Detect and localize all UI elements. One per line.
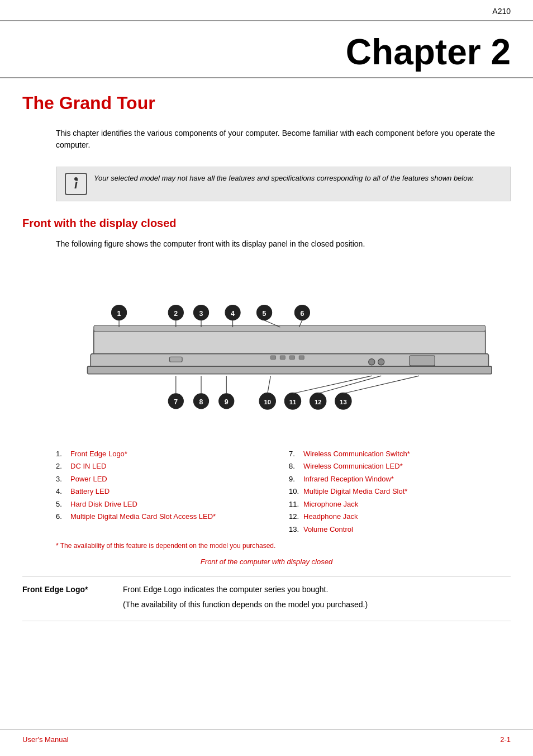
svg-text:10: 10 <box>264 399 271 405</box>
svg-rect-5 <box>289 356 294 360</box>
svg-rect-11 <box>94 325 486 332</box>
svg-rect-7 <box>410 356 435 366</box>
top-bar: A210 <box>0 0 533 21</box>
svg-line-48 <box>293 376 372 394</box>
chapter-section: Chapter 2 <box>0 21 533 78</box>
svg-text:5: 5 <box>263 310 266 318</box>
svg-text:1: 1 <box>117 310 121 318</box>
section-title: The Grand Tour <box>22 89 511 116</box>
list-item: 3.Power LED <box>56 474 278 485</box>
list-item: 8.Wireless Communication LED* <box>289 461 511 472</box>
svg-text:13: 13 <box>340 399 347 405</box>
svg-rect-2 <box>88 367 492 375</box>
parts-col-right: 7.Wireless Communication Switch* 8.Wirel… <box>289 448 511 537</box>
main-content: The Grand Tour This chapter identifies t… <box>0 78 533 632</box>
subsection-desc: The following figure shows the computer … <box>56 238 511 250</box>
chapter-title: Chapter 2 <box>22 32 511 72</box>
page: A210 Chapter 2 The Grand Tour This chapt… <box>0 0 533 756</box>
diagram-container: 1 2 3 4 5 6 <box>56 259 511 440</box>
info-box: i Your selected model may not have all t… <box>56 167 511 201</box>
svg-point-8 <box>369 359 375 365</box>
svg-rect-6 <box>299 356 304 360</box>
svg-line-50 <box>343 376 419 394</box>
list-item: 10.Multiple Digital Media Card Slot* <box>289 486 511 497</box>
svg-line-47 <box>268 376 271 394</box>
availability-note: * The availability of this feature is de… <box>56 541 511 551</box>
footer: User's Manual 2-1 <box>0 729 533 745</box>
detail-desc-2: (The availability of this function depen… <box>123 599 506 611</box>
svg-text:6: 6 <box>300 310 304 318</box>
intro-paragraph: This chapter identifies the various comp… <box>56 127 511 151</box>
figure-caption: Front of the computer with display close… <box>22 556 511 568</box>
svg-rect-10 <box>170 357 183 362</box>
detail-table: Front Edge Logo* Front Edge Logo indicat… <box>22 577 511 621</box>
svg-text:8: 8 <box>199 398 203 406</box>
list-item: 9.Infrared Reception Window* <box>289 474 511 485</box>
svg-text:4: 4 <box>231 310 235 318</box>
list-item: 5.Hard Disk Drive LED <box>56 499 278 510</box>
svg-rect-3 <box>270 356 275 360</box>
intro-text: This chapter identifies the various comp… <box>56 127 511 155</box>
svg-text:3: 3 <box>199 310 203 318</box>
list-item: 4.Battery LED <box>56 486 278 497</box>
svg-point-9 <box>378 359 384 365</box>
list-item: 1.Front Edge Logo* <box>56 448 278 460</box>
svg-rect-4 <box>280 356 285 360</box>
list-item: 7.Wireless Communication Switch* <box>289 448 511 460</box>
list-item: 2.DC IN LED <box>56 461 278 472</box>
subsection-title: Front with the display closed <box>22 215 511 231</box>
svg-text:7: 7 <box>174 398 178 406</box>
model-label: A210 <box>492 6 511 17</box>
svg-line-49 <box>318 376 381 394</box>
svg-text:2: 2 <box>174 310 178 318</box>
detail-term: Front Edge Logo* <box>22 577 112 621</box>
parts-list-right: 7.Wireless Communication Switch* 8.Wirel… <box>289 448 511 535</box>
svg-text:12: 12 <box>315 399 322 405</box>
front-diagram: 1 2 3 4 5 6 <box>56 259 511 436</box>
svg-rect-0 <box>94 329 486 357</box>
info-icon: i <box>65 173 87 195</box>
parts-list: 1.Front Edge Logo* 2.DC IN LED 3.Power L… <box>56 448 511 537</box>
list-item: 12.Headphone Jack <box>289 511 511 522</box>
list-item: 11.Microphone Jack <box>289 499 511 510</box>
parts-col-left: 1.Front Edge Logo* 2.DC IN LED 3.Power L… <box>56 448 278 537</box>
footer-right: 2-1 <box>500 734 511 745</box>
detail-desc: Front Edge Logo indicates the computer s… <box>112 577 511 621</box>
detail-desc-1: Front Edge Logo indicates the computer s… <box>123 584 506 596</box>
footer-left: User's Manual <box>22 734 69 745</box>
svg-text:9: 9 <box>225 398 229 406</box>
detail-row: Front Edge Logo* Front Edge Logo indicat… <box>22 577 511 621</box>
svg-text:11: 11 <box>289 399 297 405</box>
parts-list-left: 1.Front Edge Logo* 2.DC IN LED 3.Power L… <box>56 448 278 522</box>
list-item: 6.Multiple Digital Media Card Slot Acces… <box>56 511 278 522</box>
intro-block: This chapter identifies the various comp… <box>56 127 511 155</box>
info-note: Your selected model may not have all the… <box>94 173 474 184</box>
list-item: 13.Volume Control <box>289 524 511 535</box>
